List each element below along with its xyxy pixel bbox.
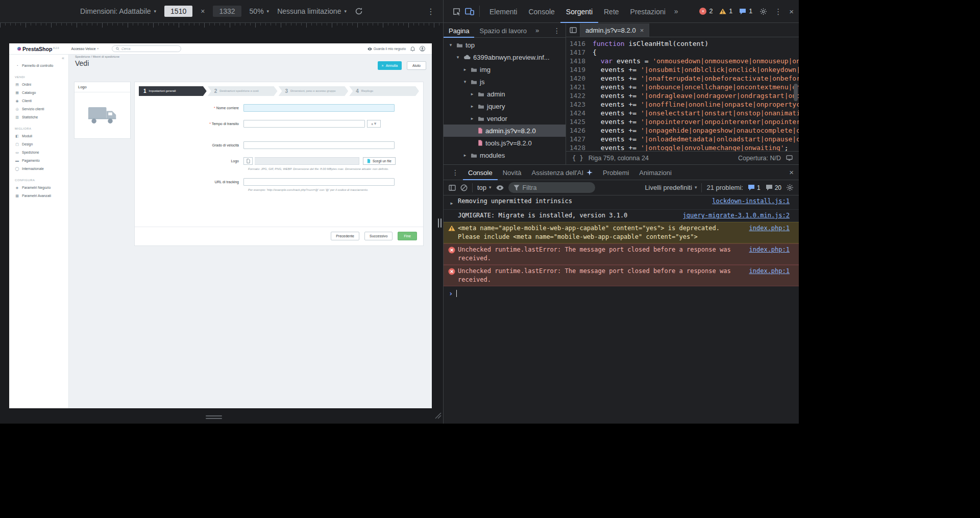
navigator-menu-icon[interactable]: ⋮: [551, 27, 562, 34]
clear-console-icon[interactable]: [460, 184, 468, 191]
console-sidebar-icon[interactable]: [449, 185, 456, 191]
pretty-print-icon[interactable]: { }: [572, 155, 583, 162]
rotate-viewport-icon[interactable]: [355, 7, 363, 15]
console-message[interactable]: JQMIGRATE: Migrate is installed, version…: [444, 210, 799, 222]
quick-access-dropdown[interactable]: Accesso Veloce ▾: [71, 47, 99, 51]
cancel-button[interactable]: × Annulla: [378, 61, 402, 70]
message-count-badge[interactable]: 1: [739, 8, 752, 15]
devtools-tab-sorgenti[interactable]: Sorgenti: [560, 0, 598, 23]
console-tab-assistenza-dell-ai[interactable]: Assistenza dell'AI: [527, 165, 598, 180]
tree-item-6399abnwyn-preview-inf[interactable]: ▾6399abnwyn.preview.inf...: [444, 51, 566, 63]
viewport-width-input[interactable]: 1510: [164, 6, 192, 17]
navigator-tab-pagina[interactable]: Pagina: [444, 23, 474, 38]
help-button[interactable]: Aiuto: [407, 61, 426, 70]
expand-icon[interactable]: ▶: [448, 199, 456, 208]
console-filter-input[interactable]: Filtra: [508, 182, 595, 193]
devtools-menu-icon[interactable]: ⋮: [774, 8, 782, 15]
error-count-badge[interactable]: × 2: [699, 8, 713, 15]
tree-item-admin-js-v-8-2-0[interactable]: admin.js?v=8.2.0: [444, 125, 566, 137]
console-settings-gear-icon[interactable]: [786, 184, 794, 191]
tree-item-js[interactable]: ▾js: [444, 76, 566, 88]
throttling-select[interactable]: Nessuna limitazione ▾: [277, 7, 347, 15]
brand-logo[interactable]: PrestaShop 8.2.0: [22, 46, 59, 52]
console-source-link[interactable]: index.php:1: [749, 267, 790, 276]
tree-item-admin[interactable]: ▸admin: [444, 88, 566, 100]
input-grado-di-velocit[interactable]: [243, 141, 395, 149]
issues-count-label[interactable]: 21 problemi:: [706, 184, 743, 191]
sidebar-item-clienti[interactable]: ◉Clienti: [9, 96, 68, 105]
console-source-link[interactable]: index.php:1: [749, 245, 790, 254]
next-button[interactable]: Successivo: [364, 232, 393, 240]
devtools-tab-console[interactable]: Console: [523, 0, 560, 23]
settings-gear-icon[interactable]: [760, 8, 767, 15]
file-tab-admin-js[interactable]: admin.js?v=8.2.0 ×: [580, 23, 649, 37]
log-levels-select[interactable]: Livelli predefiniti ▾: [645, 184, 697, 191]
input-nome-corriere[interactable]: [243, 104, 395, 112]
devtools-tab-elementi[interactable]: Elementi: [484, 0, 523, 23]
console-tab-animazioni[interactable]: Animazioni: [634, 165, 677, 180]
code-editor[interactable]: 1416function isCleanHtml(content)1417{14…: [566, 37, 799, 151]
collapse-sidebar-icon[interactable]: «: [62, 56, 64, 61]
corner-resize-grip[interactable]: [433, 411, 442, 421]
sidebar-item-design[interactable]: ▢Design: [9, 140, 68, 148]
close-file-tab-icon[interactable]: ×: [640, 27, 644, 34]
console-message[interactable]: Unchecked runtime.lastError: The message…: [444, 243, 799, 265]
sidebar-item-moduli[interactable]: ◧Moduli: [9, 132, 68, 140]
console-message[interactable]: <meta name="apple-mobile-web-app-capable…: [444, 222, 799, 243]
wizard-step-3[interactable]: 3Dimensioni, peso e accesso gruppo: [279, 86, 349, 96]
sidebar-item-servizio-clienti[interactable]: ◎Servizio clienti: [9, 105, 68, 113]
device-dimensions-select[interactable]: Dimensioni: Adattabile ▾: [80, 7, 156, 15]
sidebar-item-parametri-avanzati[interactable]: ▩Parametri Avanzati: [9, 191, 68, 200]
viewport-resize-handle[interactable]: [206, 415, 222, 419]
zoom-select[interactable]: 50% ▾: [250, 7, 270, 15]
wizard-step-4[interactable]: 4Riepilogo: [349, 86, 419, 96]
more-tabs-icon[interactable]: »: [671, 8, 681, 15]
search-input[interactable]: Cerca: [112, 45, 181, 52]
sidebar-item-ordini[interactable]: ▤Ordini: [9, 80, 68, 88]
sidebar-item-parametri-negozio[interactable]: ◈Parametri Negozio: [9, 183, 68, 191]
tree-item-modules[interactable]: ▸modules: [444, 149, 566, 161]
sidebar-item-pagamento[interactable]: ▬Pagamento: [9, 156, 68, 164]
sidebar-item-internazionale[interactable]: ◯Internazionale: [9, 164, 68, 172]
devtools-splitter[interactable]: [438, 218, 442, 228]
view-shop-link[interactable]: Guarda il mio negozio: [368, 47, 406, 51]
toggle-device-toolbar-icon[interactable]: [463, 5, 476, 18]
sidebar-item-spedizione[interactable]: ▭Spedizione: [9, 148, 68, 156]
console-tab-novit[interactable]: Novità: [498, 165, 527, 180]
sidebar-item-statistiche[interactable]: ▥Statistiche: [9, 113, 68, 121]
issue-chip[interactable]: 1: [748, 184, 761, 191]
device-toolbar-menu-icon[interactable]: ⋮: [424, 0, 438, 23]
console-tab-problemi[interactable]: Problemi: [598, 165, 634, 180]
input-url-di-tracking[interactable]: [243, 178, 395, 186]
tree-item-tools-js-v-8-2-0[interactable]: tools.js?v=8.2.0: [444, 137, 566, 149]
notifications-bell-icon[interactable]: [410, 46, 415, 52]
console-prompt[interactable]: ›: [444, 286, 799, 301]
inspect-element-icon[interactable]: [450, 5, 463, 18]
viewport-height-input[interactable]: 1332: [213, 6, 241, 17]
file-preview-button[interactable]: [243, 157, 253, 165]
more-tabs-icon[interactable]: »: [532, 27, 543, 34]
issue-chip[interactable]: 20: [766, 184, 781, 191]
sidebar-item-pannello-di-controllo[interactable]: ◔Pannello di controllo: [9, 61, 68, 69]
previous-button[interactable]: Precedente: [331, 232, 359, 240]
toggle-navigator-icon[interactable]: [566, 23, 580, 37]
drawer-menu-icon[interactable]: ⋮: [448, 169, 463, 176]
avatar[interactable]: [420, 46, 425, 52]
context-select[interactable]: top ▾: [477, 184, 492, 191]
console-message[interactable]: Unchecked runtime.lastError: The message…: [444, 265, 799, 286]
navigator-tab-spazio-di-lavoro[interactable]: Spazio di lavoro: [474, 23, 532, 38]
console-source-link[interactable]: index.php:1: [749, 224, 790, 233]
input-tempo-di-transito[interactable]: [243, 120, 365, 128]
choose-file-button[interactable]: Scegli un file: [363, 157, 396, 165]
live-expression-eye-icon[interactable]: [496, 185, 504, 190]
tree-item-vendor[interactable]: ▸vendor: [444, 112, 566, 125]
close-drawer-icon[interactable]: ×: [789, 168, 794, 176]
tree-item-top[interactable]: ▾top: [444, 39, 566, 51]
warning-count-badge[interactable]: 1: [719, 8, 732, 15]
console-tab-console[interactable]: Console: [463, 165, 498, 180]
editor-scrollbar[interactable]: [794, 41, 798, 143]
finish-button[interactable]: Fine: [398, 232, 417, 240]
wizard-step-1[interactable]: 1Impostazioni generali: [139, 86, 207, 96]
tree-item-img[interactable]: ▸img: [444, 63, 566, 76]
devtools-tab-prestazioni[interactable]: Prestazioni: [625, 0, 671, 23]
